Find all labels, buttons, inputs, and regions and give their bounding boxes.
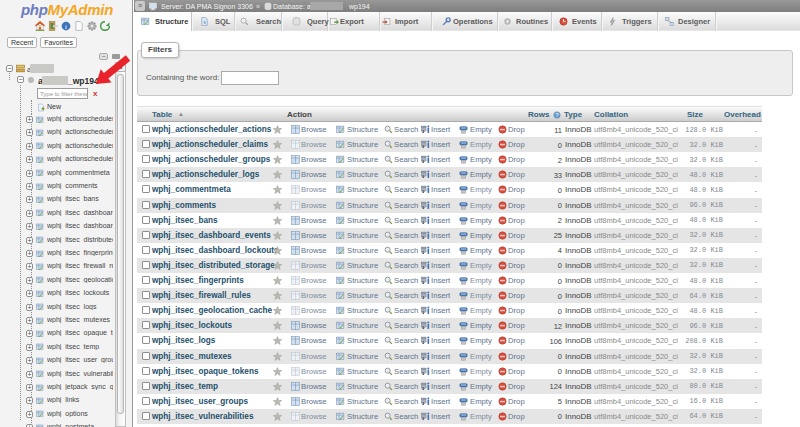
svg-text:?: ? <box>555 112 558 118</box>
svg-text:i: i <box>65 23 67 30</box>
